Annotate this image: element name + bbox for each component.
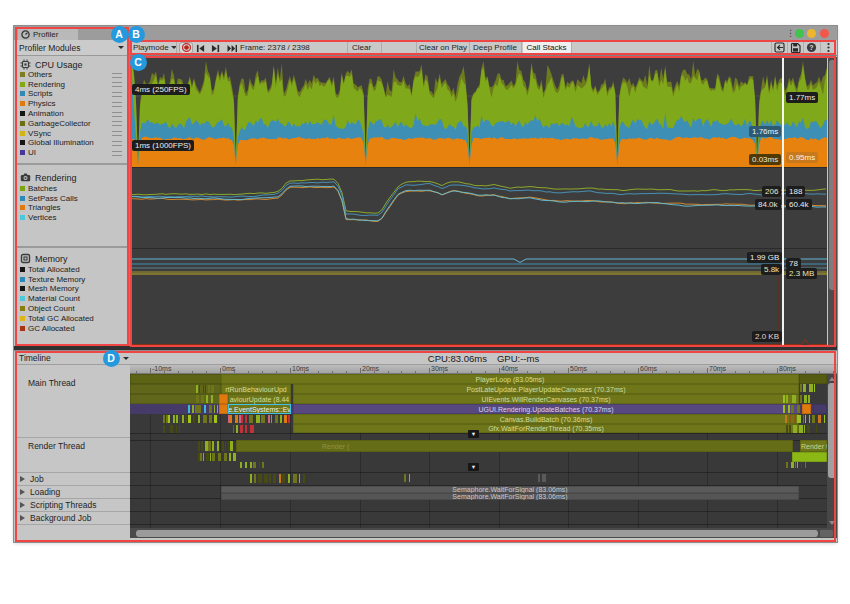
- window-dot-yellow[interactable]: [807, 29, 816, 38]
- legend-item-scripts[interactable]: Scripts: [15, 89, 129, 99]
- timeline-bar[interactable]: [219, 404, 228, 414]
- timeline-bar[interactable]: [219, 394, 228, 404]
- micro-sample: [192, 405, 194, 413]
- charts-vscroll-thumb[interactable]: [829, 60, 836, 290]
- rendering-chart[interactable]: [130, 168, 827, 248]
- drag-handle-icon[interactable]: [112, 112, 122, 117]
- kebab-menu-button[interactable]: [823, 42, 835, 53]
- clear-button[interactable]: Clear: [352, 40, 371, 55]
- timeline-sample-bar[interactable]: e.EventSystems::Ev: [228, 404, 291, 414]
- save-profile-button[interactable]: [790, 42, 802, 53]
- timeline-horizontal-scrollbar[interactable]: [130, 528, 837, 538]
- thread-row-main-thread[interactable]: Main Thread: [28, 378, 76, 388]
- legend-item-animation[interactable]: Animation: [15, 109, 129, 119]
- legend-item-total-allocated[interactable]: Total Allocated: [15, 265, 129, 275]
- timeline-vertical-scrollbar[interactable]: [827, 374, 837, 528]
- legend-item-batches[interactable]: Batches: [15, 184, 129, 194]
- foldout-arrow-icon[interactable]: [20, 489, 25, 495]
- tab-profiler[interactable]: Profiler: [18, 27, 78, 40]
- drag-handle-icon[interactable]: [112, 102, 122, 107]
- timeline-bar[interactable]: [802, 404, 811, 414]
- legend-item-label: GC Allocated: [28, 324, 75, 333]
- legend-item-object-count[interactable]: Object Count: [15, 304, 129, 314]
- legend-item-global-illumination[interactable]: Global Illumination: [15, 138, 129, 148]
- module-header[interactable]: Rendering: [15, 171, 129, 184]
- drag-handle-icon[interactable]: [112, 121, 122, 126]
- legend-item-total-gc-allocated[interactable]: Total GC Allocated: [15, 313, 129, 323]
- micro-sample: [241, 415, 243, 423]
- legend-color-swatch: [20, 186, 25, 191]
- drag-handle-icon[interactable]: [112, 151, 122, 156]
- legend-item-mesh-memory[interactable]: Mesh Memory: [15, 284, 129, 294]
- timeline-sample-bar[interactable]: UIEvents.WillRenderCanvases (70.37ms): [293, 394, 799, 404]
- timeline-sample-bar[interactable]: aviourUpdate (8.44: [228, 394, 291, 404]
- thread-row-background-job[interactable]: Background Job: [30, 513, 91, 523]
- load-profile-button[interactable]: [774, 42, 786, 53]
- thread-row-loading[interactable]: Loading: [30, 487, 60, 497]
- legend-item-material-count[interactable]: Material Count: [15, 294, 129, 304]
- legend-item-vsync[interactable]: VSync: [15, 128, 129, 138]
- timeline-sample-bar[interactable]: Semaphore.WaitForSignal (83.06ms): [221, 493, 799, 500]
- legend-item-garbagecollector[interactable]: GarbageCollector: [15, 118, 129, 128]
- timeline-hscroll-thumb[interactable]: [136, 530, 818, 537]
- window-dot-green[interactable]: [795, 29, 804, 38]
- timeline-hscroll-right-button[interactable]: [820, 530, 833, 537]
- timeline-flame-chart[interactable]: PlayerLoop (83.05ms)rtRunBehaviourUpdPos…: [130, 374, 837, 528]
- drag-handle-icon[interactable]: [112, 82, 122, 87]
- collapsed-samples-marker[interactable]: ▼: [468, 463, 479, 471]
- selected-frame-playhead[interactable]: [782, 57, 784, 347]
- clear-on-play-button[interactable]: Clear on Play: [419, 40, 467, 55]
- legend-item-triangles[interactable]: Triangles: [15, 203, 129, 213]
- drag-handle-icon[interactable]: [112, 92, 122, 97]
- deep-profile-button[interactable]: Deep Profile: [473, 40, 517, 55]
- module-header[interactable]: Memory: [15, 252, 129, 265]
- timeline-vscroll-thumb[interactable]: [828, 383, 836, 478]
- legend-item-gc-allocated[interactable]: GC Allocated: [15, 323, 129, 333]
- thread-row-job[interactable]: Job: [30, 474, 44, 484]
- timeline-sample-bar[interactable]: PlayerLoop (83.05ms): [221, 374, 799, 384]
- thread-row-scripting-threads[interactable]: Scripting Threads: [30, 500, 96, 510]
- call-stacks-button[interactable]: Call Stacks: [523, 41, 571, 54]
- timeline-sample-bar[interactable]: PostLateUpdate.PlayerUpdateCanvases (70.…: [293, 384, 799, 394]
- memory-chart[interactable]: [130, 249, 827, 346]
- drag-handle-icon[interactable]: [112, 131, 122, 136]
- timeline-sample-bar[interactable]: rtRunBehaviourUpd: [221, 384, 291, 394]
- timeline-sample-bar[interactable]: Semaphore.WaitForSignal (83.06ms): [221, 486, 799, 493]
- foldout-arrow-icon[interactable]: [20, 502, 25, 508]
- charts-vertical-scrollbar[interactable]: [828, 57, 837, 346]
- foldout-arrow-icon[interactable]: [20, 476, 25, 482]
- legend-item-physics[interactable]: Physics: [15, 99, 129, 109]
- cpu-usage-chart[interactable]: [130, 57, 827, 167]
- drag-handle-icon[interactable]: [112, 73, 122, 78]
- legend-item-rendering[interactable]: Rendering: [15, 79, 129, 89]
- legend-item-others[interactable]: Others: [15, 70, 129, 80]
- current-frame-button[interactable]: [225, 43, 238, 53]
- timeline-bar[interactable]: [799, 374, 827, 384]
- help-button[interactable]: ?: [806, 42, 818, 53]
- timeline-sample-bar[interactable]: Render (: [236, 440, 793, 452]
- legend-item-ui[interactable]: UI: [15, 148, 129, 158]
- scroll-down-arrow-icon[interactable]: [829, 521, 835, 525]
- previous-frame-button[interactable]: [194, 43, 207, 53]
- legend-item-setpass-calls[interactable]: SetPass Calls: [15, 193, 129, 203]
- scroll-up-arrow-icon[interactable]: [829, 377, 835, 381]
- charts-area[interactable]: [130, 57, 827, 346]
- ruler-tick: [471, 371, 472, 374]
- thread-row-render-thread[interactable]: Render Thread: [28, 441, 85, 451]
- collapsed-samples-marker[interactable]: ▼: [468, 430, 479, 438]
- timeline-sample-bar[interactable]: Canvas.BuildBatch (70.36ms): [293, 414, 799, 424]
- timeline-bar[interactable]: [813, 404, 827, 414]
- window-dot-red[interactable]: [820, 29, 829, 38]
- timeline-sample-bar[interactable]: Gfx.WaitForRenderThread (70.35ms): [293, 424, 799, 433]
- titlebar-kebab-icon[interactable]: ⋮: [786, 27, 795, 39]
- drag-handle-icon[interactable]: [112, 141, 122, 146]
- legend-item-texture-memory[interactable]: Texture Memory: [15, 274, 129, 284]
- legend-item-vertices[interactable]: Vertices: [15, 213, 129, 223]
- timeline-bar[interactable]: [792, 452, 827, 462]
- foldout-arrow-icon[interactable]: [20, 515, 25, 521]
- record-button[interactable]: [179, 42, 193, 54]
- profiler-modules-dropdown[interactable]: Profiler Modules: [15, 40, 129, 56]
- timeline-sample-bar[interactable]: UGUI.Rendering.UpdateBatches (70.37ms): [293, 404, 799, 414]
- timeline-sample-bar[interactable]: Render t: [800, 440, 827, 452]
- next-frame-button[interactable]: [210, 43, 223, 53]
